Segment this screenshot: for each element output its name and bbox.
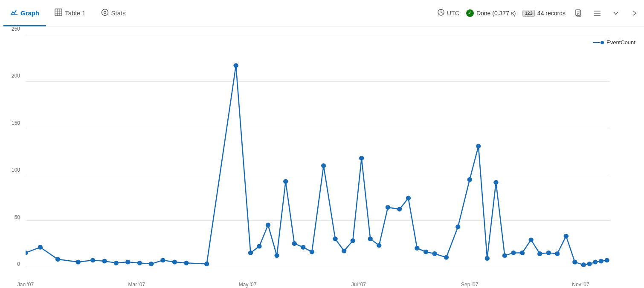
legend-label: EventCount: [606, 39, 635, 46]
svg-point-35: [275, 253, 279, 258]
clipboard-button[interactable]: [572, 7, 584, 19]
tab-table-label: Table 1: [65, 9, 85, 17]
svg-point-52: [432, 252, 437, 256]
tab-stats[interactable]: Stats: [94, 0, 133, 26]
svg-point-23: [114, 261, 118, 265]
y-label-200: 200: [0, 73, 23, 78]
x-label-sep: Sep '07: [461, 282, 478, 288]
svg-point-54: [456, 225, 460, 229]
svg-point-56: [476, 144, 481, 148]
timezone-label: UTC: [447, 10, 459, 17]
graph-icon: [10, 9, 18, 17]
svg-point-22: [102, 259, 107, 263]
svg-point-70: [593, 260, 598, 264]
svg-point-62: [529, 238, 533, 242]
svg-point-42: [342, 249, 346, 253]
svg-point-32: [248, 251, 252, 255]
svg-point-55: [467, 178, 472, 182]
columns-button[interactable]: [591, 7, 603, 19]
svg-point-30: [205, 262, 209, 266]
chart-container: 0 50 100 150 200 250 Jan '07 Mar '07 May…: [0, 26, 644, 288]
chevron-right-button[interactable]: [629, 7, 641, 19]
tab-stats-label: Stats: [111, 9, 126, 17]
records-icon: 123: [522, 10, 534, 17]
svg-point-45: [368, 237, 372, 241]
y-label-50: 50: [0, 215, 23, 220]
check-icon: ✓: [466, 9, 474, 17]
records-label: 44 records: [537, 10, 566, 17]
tab-graph[interactable]: Graph: [3, 0, 46, 26]
tab-graph-label: Graph: [20, 9, 39, 17]
timezone-item[interactable]: UTC: [438, 9, 459, 17]
svg-point-58: [494, 180, 498, 184]
x-label-mar: Mar '07: [128, 282, 145, 288]
status-label: Done (0.377 s): [476, 10, 516, 17]
svg-point-67: [573, 260, 577, 264]
svg-point-36: [284, 179, 288, 184]
svg-point-43: [351, 239, 355, 243]
y-label-250: 250: [0, 26, 23, 32]
svg-point-39: [310, 250, 314, 254]
y-label-100: 100: [0, 167, 23, 173]
svg-point-69: [587, 262, 592, 266]
line-chart-svg: [26, 35, 610, 267]
clock-icon: [438, 9, 444, 17]
svg-point-28: [172, 260, 177, 264]
svg-point-59: [502, 253, 507, 258]
records-badge: 123 44 records: [522, 10, 566, 17]
svg-point-49: [406, 196, 410, 200]
grid: Jan '07 Mar '07 May '07 Jul '07 Sep '07 …: [26, 35, 610, 267]
svg-point-51: [424, 250, 428, 254]
stats-icon: [101, 9, 109, 17]
table-icon: [55, 9, 62, 17]
svg-point-66: [564, 234, 568, 238]
svg-point-27: [161, 258, 165, 262]
svg-point-64: [546, 251, 551, 255]
svg-point-19: [55, 257, 60, 262]
grid-line-0: [26, 267, 610, 267]
y-label-0: 0: [0, 262, 23, 267]
svg-point-34: [266, 223, 270, 227]
x-label-jan: Jan '07: [17, 282, 34, 288]
y-label-150: 150: [0, 121, 23, 126]
svg-point-41: [333, 237, 337, 241]
tab-group: Graph Table 1 Stats: [3, 0, 133, 26]
svg-point-7: [104, 12, 106, 14]
svg-point-33: [257, 244, 261, 248]
svg-point-21: [90, 258, 95, 262]
svg-point-31: [234, 63, 238, 68]
svg-point-29: [184, 261, 189, 265]
svg-point-6: [102, 9, 108, 16]
svg-point-38: [301, 245, 305, 249]
x-label-jul: Jul '07: [351, 282, 366, 288]
chart-legend: EventCount: [593, 39, 644, 46]
toolbar: Graph Table 1 Stats: [0, 0, 644, 26]
svg-point-57: [485, 256, 489, 260]
svg-point-60: [511, 251, 516, 255]
svg-point-25: [137, 261, 142, 265]
tab-table[interactable]: Table 1: [48, 0, 92, 26]
svg-point-63: [537, 252, 542, 256]
svg-rect-1: [55, 9, 62, 16]
svg-point-20: [76, 260, 80, 264]
chevron-down-button[interactable]: [610, 7, 622, 19]
svg-point-18: [38, 245, 42, 249]
svg-point-72: [605, 258, 609, 262]
x-label-may: May '07: [239, 282, 257, 288]
svg-point-71: [599, 259, 603, 263]
x-label-nov: Nov '07: [572, 282, 589, 288]
svg-point-40: [322, 164, 326, 168]
status-done: ✓ Done (0.377 s): [466, 9, 516, 17]
svg-point-24: [126, 260, 130, 264]
svg-point-47: [386, 205, 390, 210]
svg-point-65: [555, 252, 560, 256]
svg-point-68: [581, 263, 586, 267]
toolbar-right: UTC ✓ Done (0.377 s) 123 44 records: [438, 7, 641, 19]
y-axis: 0 50 100 150 200 250: [0, 26, 23, 267]
svg-point-26: [149, 262, 153, 266]
svg-point-17: [26, 251, 28, 255]
svg-point-61: [520, 251, 524, 255]
svg-point-37: [292, 242, 296, 246]
svg-point-44: [360, 156, 364, 160]
chart-plot-area: Jan '07 Mar '07 May '07 Jul '07 Sep '07 …: [26, 35, 644, 267]
